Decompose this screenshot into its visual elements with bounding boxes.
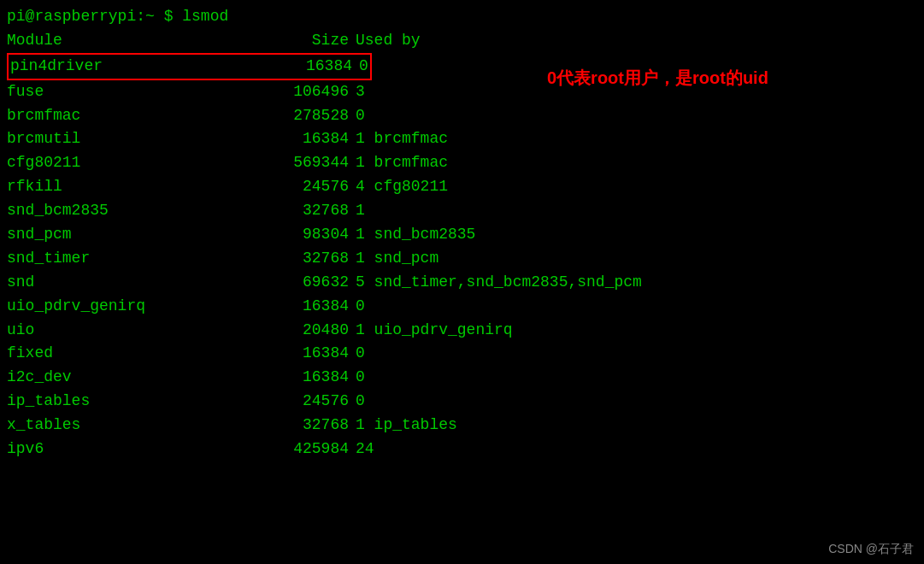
module-name: rfkill <box>7 175 272 199</box>
module-size: 16384 <box>272 366 349 390</box>
module-used: 1 snd_pcm <box>349 247 438 271</box>
pin4driver-module: pin4driver <box>10 55 275 79</box>
table-row: brcmutil163841 brcmfmac <box>7 127 917 151</box>
module-used: 1 ip_tables <box>349 414 457 438</box>
annotation-text: 0代表root用户，是root的uid <box>547 67 768 90</box>
table-row: snd_bcm2835327681 <box>7 199 917 223</box>
module-name: fuse <box>7 80 272 104</box>
module-used: 1 brcmfmac <box>349 151 448 175</box>
module-size: 20480 <box>272 319 349 343</box>
module-size: 16384 <box>272 342 349 366</box>
table-row: fuse1064963 <box>7 80 917 104</box>
module-size: 69632 <box>272 271 349 295</box>
module-used: 0 <box>349 342 365 366</box>
table-row: ipv642598424 <box>7 438 917 461</box>
table-row: rfkill245764 cfg80211 <box>7 175 917 199</box>
module-used: 1 uio_pdrv_genirq <box>349 319 513 343</box>
module-used: 1 brcmfmac <box>349 127 448 151</box>
table-row: x_tables327681 ip_tables <box>7 414 917 438</box>
module-size: 16384 <box>272 295 349 319</box>
module-size: 16384 <box>272 127 349 151</box>
table-row: uio_pdrv_genirq163840 <box>7 295 917 319</box>
header-module: Module <box>7 29 272 53</box>
pin4driver-size: 16384 <box>275 55 352 79</box>
module-name: snd_bcm2835 <box>7 199 272 223</box>
module-used: 3 <box>349 80 365 104</box>
module-used: 0 <box>349 104 365 128</box>
table-row: ip_tables245760 <box>7 390 917 414</box>
module-size: 32768 <box>272 414 349 438</box>
module-used: 0 <box>349 390 365 414</box>
module-size: 106496 <box>272 80 349 104</box>
prompt-line: pi@raspberrypi:~ $ lsmod <box>7 5 917 29</box>
table-row: fixed163840 <box>7 342 917 366</box>
module-size: 32768 <box>272 247 349 271</box>
module-name: snd <box>7 271 272 295</box>
module-used: 0 <box>349 366 365 390</box>
module-list: fuse1064963brcmfmac2785280brcmutil163841… <box>7 80 917 461</box>
module-name: fixed <box>7 342 272 366</box>
highlighted-row-container: pin4driver 16384 0 <box>7 53 917 80</box>
table-row: uio204801 uio_pdrv_genirq <box>7 319 917 343</box>
module-used: 1 snd_bcm2835 <box>349 223 475 247</box>
table-row: brcmfmac2785280 <box>7 104 917 128</box>
module-used: 24 <box>349 438 374 461</box>
module-size: 24576 <box>272 390 349 414</box>
highlighted-row: pin4driver 16384 0 <box>7 53 372 80</box>
module-name: i2c_dev <box>7 366 272 390</box>
module-name: brcmutil <box>7 127 272 151</box>
module-size: 278528 <box>272 104 349 128</box>
module-size: 425984 <box>272 438 349 461</box>
module-size: 98304 <box>272 223 349 247</box>
table-row: snd696325 snd_timer,snd_bcm2835,snd_pcm <box>7 271 917 295</box>
module-size: 569344 <box>272 151 349 175</box>
pin4driver-used: 0 <box>352 55 368 79</box>
module-name: ipv6 <box>7 438 272 461</box>
module-name: brcmfmac <box>7 104 272 128</box>
module-size: 32768 <box>272 199 349 223</box>
table-header: Module Size Used by <box>7 29 917 53</box>
module-used: 4 cfg80211 <box>349 175 448 199</box>
table-row: cfg802115693441 brcmfmac <box>7 151 917 175</box>
header-used-by: Used by <box>349 29 421 53</box>
table-row: snd_pcm983041 snd_bcm2835 <box>7 223 917 247</box>
table-row: snd_timer327681 snd_pcm <box>7 247 917 271</box>
module-used: 5 snd_timer,snd_bcm2835,snd_pcm <box>349 271 642 295</box>
module-name: ip_tables <box>7 390 272 414</box>
table-row: i2c_dev163840 <box>7 366 917 390</box>
module-name: snd_pcm <box>7 223 272 247</box>
module-used: 1 <box>349 199 365 223</box>
module-name: snd_timer <box>7 247 272 271</box>
header-size: Size <box>272 29 349 53</box>
module-name: cfg80211 <box>7 151 272 175</box>
watermark: CSDN @石子君 <box>828 542 914 557</box>
module-name: uio <box>7 319 272 343</box>
module-name: uio_pdrv_genirq <box>7 295 272 319</box>
terminal-window: pi@raspberrypi:~ $ lsmod Module Size Use… <box>0 0 924 564</box>
module-used: 0 <box>349 295 365 319</box>
module-size: 24576 <box>272 175 349 199</box>
module-name: x_tables <box>7 414 272 438</box>
prompt-text: pi@raspberrypi:~ $ lsmod <box>7 8 228 25</box>
